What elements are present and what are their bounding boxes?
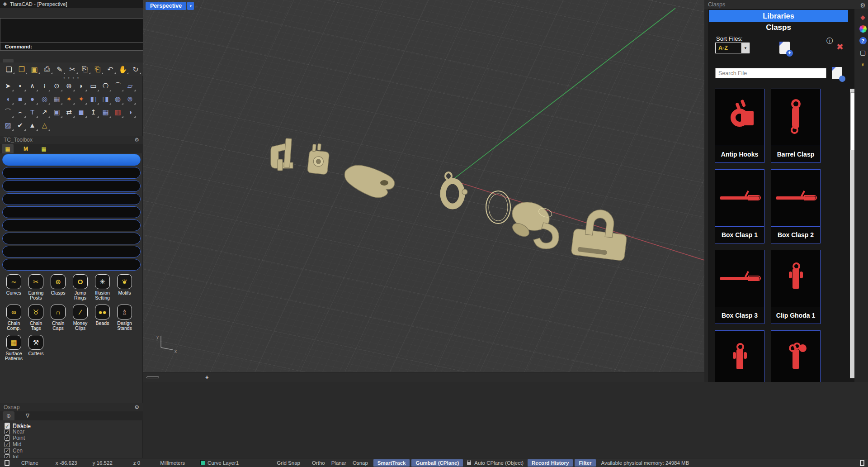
toolbox-category-button[interactable] (2, 246, 141, 257)
toolbox-library-item[interactable]: ❦ Motifs (113, 274, 136, 300)
palette-tool-button[interactable]: ◗ (75, 80, 87, 92)
viewport-tab[interactable] (161, 376, 173, 378)
tc-toolbox-tab[interactable]: ▦ (2, 144, 14, 153)
toolbox-library-item[interactable]: ♗ Design Stands (113, 305, 136, 331)
palette-tool-button[interactable]: ◧ (87, 93, 99, 105)
osnap-option[interactable]: ✓ Point (5, 435, 41, 441)
toolbox-library-item[interactable]: ✳ Illusion Setting (91, 274, 113, 300)
model-s-hook[interactable] (344, 165, 394, 198)
search-file-icon[interactable] (832, 67, 842, 79)
gumball-toggle[interactable]: Gumball (CPlane) (411, 459, 463, 467)
filter-toggle[interactable]: Filter (575, 459, 595, 467)
ribbon-tab[interactable] (100, 59, 111, 62)
toolbar-button[interactable]: ↻ (129, 63, 142, 75)
osnap-tab-snaps[interactable]: ⊕ (3, 411, 14, 420)
cplane-indicator[interactable]: CPlane (21, 460, 38, 466)
grid-snap-toggle[interactable]: Grid Snap (277, 460, 300, 466)
ribbon-tab[interactable] (24, 59, 35, 62)
panel-toggle-icon[interactable] (860, 460, 864, 466)
palette-tool-button[interactable]: ◨ (99, 93, 112, 105)
palette-tool-button[interactable]: ▱ (124, 80, 136, 92)
model-wire-ring[interactable] (486, 191, 510, 224)
palette-tool-button[interactable]: ▦ (51, 93, 63, 105)
panel-strip-icon[interactable]: ? (859, 37, 867, 44)
panel-strip-icon[interactable] (859, 25, 867, 33)
palette-tool-button[interactable]: ◎ (38, 93, 51, 105)
search-file-input[interactable] (715, 68, 826, 78)
osnap-option[interactable]: ✓ Mid (5, 441, 140, 448)
ribbon-tab[interactable] (68, 59, 79, 62)
model-hook-clasp[interactable] (271, 138, 293, 171)
palette-tool-button[interactable]: ≀ (38, 80, 51, 92)
toolbar-button[interactable]: ✎ (53, 63, 66, 75)
viewport-title-dropdown[interactable]: ▾ (187, 2, 194, 10)
toolbox-library-item[interactable]: O Jump Rings (69, 274, 91, 300)
dropdown-arrow-icon[interactable]: ▼ (741, 43, 749, 53)
palette-tool-button[interactable]: ∧ (26, 80, 38, 92)
ribbon-tab[interactable] (122, 59, 133, 62)
viewport-tab[interactable] (188, 376, 200, 378)
checkbox[interactable]: ✓ (5, 442, 10, 447)
auto-cplane-toggle[interactable]: Auto CPlane (Object) (474, 460, 524, 466)
toolbar-button[interactable]: ❏ (3, 63, 15, 75)
layer-indicator[interactable]: Curve Layer1 (200, 460, 239, 466)
palette-tool-button[interactable]: ↥ (87, 106, 99, 118)
palette-tool-button[interactable]: ✦ (75, 93, 87, 105)
palette-tool-button[interactable]: T (26, 106, 38, 118)
ribbon-tab[interactable] (46, 59, 57, 62)
gear-icon[interactable]: ⚙ (134, 137, 139, 143)
info-icon[interactable]: ⓘ (826, 37, 833, 45)
libraries-header-button[interactable]: Libraries (709, 10, 848, 22)
toolbox-library-item[interactable]: ●● Beads (91, 305, 113, 331)
sort-files-dropdown[interactable]: A-Z ▼ (715, 43, 750, 53)
palette-tool-button[interactable]: ➤ (2, 80, 14, 92)
library-card[interactable]: Barrel Clasp (771, 89, 821, 163)
toolbox-library-item[interactable]: ∩ Chain Caps (47, 305, 69, 331)
ortho-toggle[interactable]: Ortho (312, 460, 325, 466)
toolbox-category-button[interactable] (2, 233, 141, 244)
palette-tool-button[interactable]: • (14, 80, 26, 92)
toolbar-button[interactable]: ⎙ (41, 63, 53, 75)
scene-canvas[interactable]: y x (143, 0, 704, 372)
units-indicator[interactable]: Millimeters (160, 460, 185, 466)
toolbox-category-button[interactable] (2, 259, 141, 271)
panel-strip-icon[interactable]: ◆ (859, 13, 867, 21)
add-viewport-button[interactable]: + (202, 374, 212, 381)
toolbox-category-button[interactable] (2, 167, 141, 179)
toolbox-library-item[interactable]: ▦ Surface Patterns (3, 335, 25, 361)
toolbar-button[interactable]: ⎘ (79, 63, 91, 75)
palette-tool-button[interactable]: ■ (14, 93, 26, 105)
panel-strip-icon[interactable]: ▢ (859, 48, 867, 56)
viewport-3d[interactable]: Perspective ▾ (143, 0, 704, 372)
toolbox-library-item[interactable]: ∼ Curves (3, 274, 25, 300)
library-card[interactable]: Antip Hooks (715, 89, 764, 163)
viewport-tab[interactable] (146, 376, 159, 378)
library-card[interactable]: Box Clasp 2 (771, 169, 821, 243)
palette-tool-button[interactable]: ◍ (112, 93, 124, 105)
ribbon-tab[interactable] (79, 59, 90, 62)
viewport-tab[interactable] (175, 376, 186, 378)
clasp-models[interactable] (271, 138, 630, 261)
ribbon-tab[interactable] (57, 59, 68, 62)
palette-tool-button[interactable]: ⊙ (51, 80, 63, 92)
viewport-title[interactable]: Perspective ▾ (146, 2, 194, 10)
panel-strip-icon[interactable]: ⚙ (859, 1, 867, 9)
palette-tool-button[interactable]: ▲ (26, 119, 38, 131)
smarttrack-toggle[interactable]: SmartTrack (373, 459, 410, 467)
library-card[interactable] (771, 330, 821, 382)
palette-tool-button[interactable]: ▥ (112, 106, 124, 118)
osnap-toggle[interactable]: Osnap (353, 460, 368, 466)
palette-tool-button[interactable]: ▨ (2, 119, 14, 131)
toolbox-library-item[interactable]: ⊙ Clasps (47, 274, 69, 300)
palette-tool-button[interactable]: ◼ (75, 106, 87, 118)
toolbox-library-item[interactable]: ∞ Chain Comp. (3, 305, 25, 331)
toolbar-button[interactable]: ❐ (15, 63, 28, 75)
palette-tool-button[interactable]: ⊚ (124, 93, 136, 105)
toolbar-button[interactable]: ✋ (117, 63, 129, 75)
palette-tool-button[interactable]: ▣ (51, 106, 63, 118)
library-card[interactable]: Box Clasp 3 (715, 250, 764, 324)
panel-strip-icon[interactable]: ♀ (859, 60, 867, 68)
palette-tool-button[interactable]: ◑ (124, 106, 136, 118)
record-history-toggle[interactable]: Record History (528, 459, 573, 467)
library-card[interactable]: Clip Ghoda 1 (771, 250, 821, 324)
